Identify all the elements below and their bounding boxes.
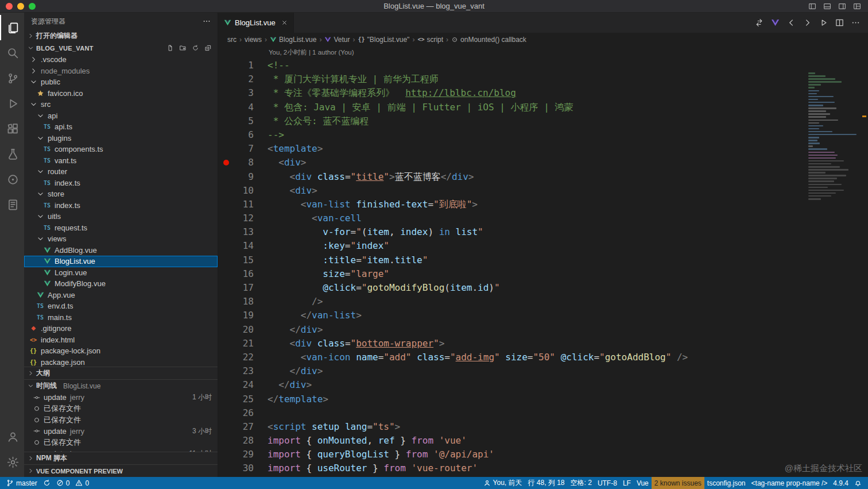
toggle-sidebar-icon[interactable]	[808, 2, 816, 10]
minimap[interactable]	[808, 69, 860, 201]
code-line[interactable]: 15 :title="item.title"	[218, 253, 868, 267]
npm-scripts-section[interactable]: NPM 脚本	[24, 452, 218, 464]
tree-item[interactable]: <>index.html	[24, 334, 218, 346]
tree-item[interactable]: TSindex.ts	[24, 200, 218, 211]
overview-ruler[interactable]	[860, 66, 868, 477]
breadcrumb-item[interactable]: <>script	[417, 36, 443, 44]
tree-item[interactable]: TSmain.ts	[24, 312, 218, 324]
tree-item[interactable]: TSapi.ts	[24, 121, 218, 133]
status-item[interactable]: 2 known issues	[652, 477, 704, 489]
status-item[interactable]: LF	[620, 477, 634, 489]
status-item[interactable]: You, 前天	[480, 477, 525, 489]
line-number[interactable]: 6	[218, 128, 268, 142]
sidebar-more-actions-icon[interactable]	[203, 17, 211, 25]
tree-item[interactable]: uitls	[24, 211, 218, 222]
tree-item[interactable]: plugins	[24, 133, 218, 144]
code-line[interactable]: 30import { useRouter } from 'vue-router'	[218, 461, 868, 475]
activity-extensions[interactable]	[0, 116, 24, 141]
activity-notebook[interactable]	[0, 192, 24, 217]
tree-item[interactable]: {}package.json	[24, 357, 218, 367]
timeline-item[interactable]: updatejerry1 小时	[24, 392, 218, 403]
status-item[interactable]: 4.9.4	[830, 477, 851, 489]
activity-files[interactable]	[0, 15, 24, 40]
code-line[interactable]: 16 size="large"	[218, 267, 868, 281]
code-line[interactable]: 29import { queryBlogList } from '@/api/a…	[218, 448, 868, 461]
line-number[interactable]: 2	[218, 72, 268, 86]
tree-item[interactable]: node_modules	[24, 66, 218, 77]
line-number[interactable]: 3	[218, 86, 268, 100]
status-item[interactable]: <tag-name prop-name />	[749, 477, 831, 489]
line-number[interactable]: 10	[218, 184, 268, 198]
line-number[interactable]: 11	[218, 198, 268, 211]
code-line[interactable]: 13 v-for="(item, index) in list"	[218, 225, 868, 239]
code-line[interactable]: 6-->	[218, 128, 868, 142]
new-file-icon[interactable]	[166, 45, 174, 51]
tree-item[interactable]: TSindex.ts	[24, 178, 218, 189]
tree-item[interactable]: .gitignore	[24, 323, 218, 334]
line-number[interactable]: 28	[218, 434, 268, 448]
tree-item[interactable]: .vscode	[24, 54, 218, 66]
activity-testing[interactable]	[0, 141, 24, 167]
codelens[interactable]: You, 2小时前 | 1 author (You)	[218, 46, 868, 59]
code-line[interactable]: 24 </div>	[218, 378, 868, 392]
status-item[interactable]: tsconfig.json	[704, 477, 749, 489]
code-line[interactable]: 3 * 专注《零基础学编程系列》 http://lblbc.cn/blog	[218, 86, 868, 100]
line-number[interactable]: 30	[218, 461, 268, 475]
run-icon[interactable]	[819, 18, 828, 27]
tree-item[interactable]: App.vue	[24, 290, 218, 301]
split-icon[interactable]	[835, 18, 844, 27]
line-number[interactable]: 18	[218, 295, 268, 309]
back-icon[interactable]	[787, 18, 796, 27]
tree-item[interactable]: public	[24, 76, 218, 88]
activity-source-control[interactable]	[0, 66, 24, 91]
line-number[interactable]: 5	[218, 114, 268, 128]
code-line[interactable]: 7<template>	[218, 142, 868, 156]
tree-item[interactable]: TSvant.ts	[24, 155, 218, 167]
breadcrumb-item[interactable]: {}"BlogList.vue"	[358, 36, 409, 44]
tab-bloglist[interactable]: BlogList.vue	[218, 13, 294, 33]
code-line[interactable]: 21 <div class="bottom-wrapper">	[218, 337, 868, 351]
status-item[interactable]: 行 48, 列 18	[525, 477, 568, 489]
code-line[interactable]: 12 <van-cell	[218, 211, 868, 225]
timeline-item[interactable]: updatejerry3 小时	[24, 426, 218, 437]
line-number[interactable]: 24	[218, 378, 268, 392]
timeline-item[interactable]: 已保存文件	[24, 437, 218, 448]
breadcrumb-item[interactable]: BlogList.vue	[270, 36, 316, 44]
tree-item[interactable]: ModifyBlog.vue	[24, 278, 218, 290]
code-line[interactable]: 10 <div>	[218, 184, 868, 198]
line-number[interactable]: 20	[218, 323, 268, 337]
tree-item[interactable]: views	[24, 233, 218, 245]
code-area[interactable]: You, 2小时前 | 1 author (You) 1<!--2 * 厦门大学…	[218, 46, 868, 477]
code-line[interactable]: 5 * 公众号: 蓝不蓝编程	[218, 114, 868, 128]
tree-item[interactable]: favicon.ico	[24, 88, 218, 99]
code-line[interactable]: 1<!--	[218, 59, 868, 72]
status-item[interactable]	[40, 477, 53, 489]
tree-item[interactable]: BlogList.vue	[24, 256, 218, 267]
code-line[interactable]: 17 @click="gotoModifyBlog(item.id)"	[218, 281, 868, 295]
tree-item[interactable]: TScomponents.ts	[24, 144, 218, 155]
line-number[interactable]: 21	[218, 337, 268, 351]
tree-item[interactable]: TSrequest.ts	[24, 222, 218, 234]
changes-icon[interactable]	[755, 18, 764, 27]
tree-item[interactable]: src	[24, 99, 218, 110]
line-number[interactable]: 16	[218, 267, 268, 281]
code-line[interactable]: 26	[218, 406, 868, 420]
line-number[interactable]: 15	[218, 253, 268, 267]
line-number[interactable]: 22	[218, 351, 268, 364]
line-number[interactable]: 27	[218, 420, 268, 434]
activity-search[interactable]	[0, 40, 24, 66]
code-line[interactable]: 14 :key="index"	[218, 239, 868, 253]
line-number[interactable]: 9	[218, 170, 268, 184]
tree-item[interactable]: TSenv.d.ts	[24, 301, 218, 312]
activity-preview[interactable]	[0, 167, 24, 192]
code-line[interactable]: 19 </van-list>	[218, 309, 868, 322]
close-window-button[interactable]	[6, 3, 13, 10]
line-number[interactable]: 7	[218, 142, 268, 156]
tree-item[interactable]: router	[24, 166, 218, 178]
minimize-window-button[interactable]	[17, 3, 24, 10]
activity-account[interactable]	[0, 424, 24, 449]
activity-debug[interactable]	[0, 91, 24, 116]
line-number[interactable]: 23	[218, 364, 268, 378]
line-number[interactable]: 13	[218, 225, 268, 239]
line-number[interactable]: 12	[218, 211, 268, 225]
